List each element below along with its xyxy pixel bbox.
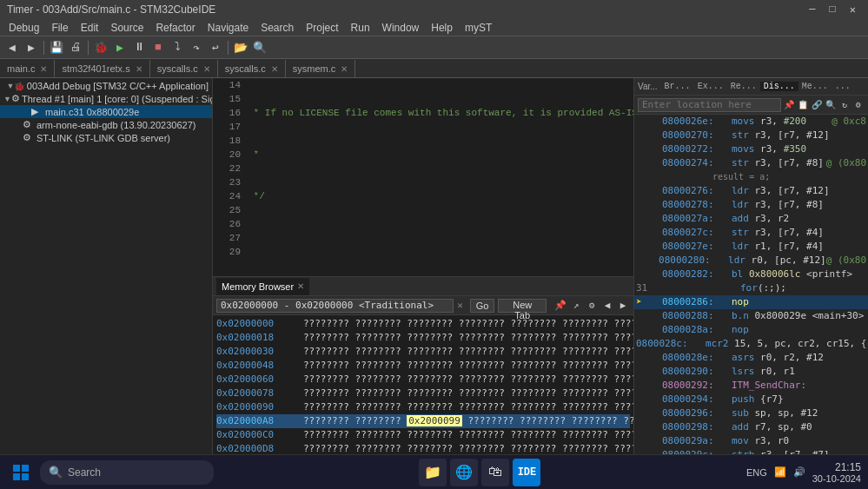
disasm-refresh-btn[interactable]: ↻ — [838, 99, 851, 111]
tab-main-c-close[interactable]: ✕ — [40, 64, 47, 74]
tree-item-main-frame[interactable]: ▶ main.c31 0x8800029e — [0, 105, 212, 118]
disasm-link-btn[interactable]: 🔗 — [811, 99, 823, 111]
menu-edit[interactable]: Edit — [76, 19, 104, 36]
disasm-content[interactable]: 0800026e: movs r3, #200 @ 0xc8 08000270:… — [634, 115, 868, 489]
tab-syscalls-close[interactable]: ✕ — [203, 64, 210, 74]
tree-label-frame: main.c31 0x8800029e — [45, 107, 139, 117]
disasm-row-1: 08000270: str r3, [r7, #12] — [634, 129, 868, 142]
menu-window[interactable]: Window — [377, 19, 425, 36]
right-tab-reg[interactable]: Re... — [727, 82, 760, 91]
menu-help[interactable]: Help — [426, 19, 458, 36]
taskbar-icon-explorer[interactable]: 📁 — [419, 459, 447, 486]
toolbar-fwd-btn[interactable]: ▶ — [23, 39, 40, 56]
memory-pin-btn[interactable]: 📌 — [553, 299, 567, 313]
right-tab-expr[interactable]: Ex... — [694, 82, 727, 91]
disasm-row-5: 08000278: ldr r3, [r7, #8] — [634, 198, 868, 212]
disasm-address-input[interactable] — [638, 98, 781, 112]
memory-go-btn[interactable]: Go — [470, 299, 495, 313]
tab-syscalls[interactable]: syscalls.c ✕ — [150, 60, 218, 77]
memory-tab-close[interactable]: ✕ — [297, 281, 304, 291]
taskbar-icon-ide[interactable]: IDE — [513, 459, 540, 486]
disasm-pin-btn[interactable]: 📌 — [783, 99, 795, 111]
right-tab-bp[interactable]: Br... — [661, 82, 694, 91]
mem-row-4: 0x02000060???????? ???????? ???????? ???… — [216, 373, 630, 387]
disasm-row-7: 0800027c: str r3, [r7, #4] — [634, 226, 868, 240]
taskbar-icon-store[interactable]: 🛍 — [481, 459, 509, 486]
menu-source[interactable]: Source — [105, 19, 149, 36]
window-controls[interactable]: — □ ✕ — [804, 3, 861, 17]
disasm-row-3: 08000274: str r3, [r7, #8] @ (0x80 — [634, 156, 868, 170]
toolbar-run-btn[interactable]: ▶ — [111, 39, 129, 56]
tab-main-c[interactable]: main.c ✕ — [0, 60, 55, 77]
menu-myst[interactable]: myST — [460, 19, 497, 36]
menu-navigate[interactable]: Navigate — [202, 19, 254, 36]
tab-stm32f401[interactable]: stm32f401retx.s ✕ — [55, 60, 149, 77]
toolbar-sep-3 — [228, 41, 229, 55]
taskbar-icon-edge[interactable]: 🌐 — [450, 459, 478, 486]
toolbar-save-btn[interactable]: 💾 — [48, 39, 65, 56]
memory-clear-btn[interactable]: ✕ — [457, 300, 463, 311]
title-bar: Timer - 003Add/Src/main.c - STM32CubeIDE… — [0, 0, 868, 19]
memory-settings-btn[interactable]: ⚙ — [585, 299, 599, 313]
toolbar-step-return-btn[interactable]: ↩ — [207, 39, 224, 56]
toolbar-step-over-btn[interactable]: ↷ — [188, 39, 205, 56]
mem-row-6: 0x02000090???????? ???????? ???????? ???… — [216, 400, 630, 414]
toolbar-search-btn[interactable]: 🔍 — [251, 39, 268, 56]
disasm-row-8: 0800027e: ldr r1, [r7, #4] — [634, 240, 868, 254]
menu-search[interactable]: Search — [255, 19, 299, 36]
mem-row-8: 0x020000C0???????? ???????? ???????? ???… — [216, 428, 630, 442]
tab-sysmem-close[interactable]: ✕ — [341, 64, 348, 74]
toolbar-sep-2 — [88, 41, 89, 55]
menu-project[interactable]: Project — [301, 19, 343, 36]
disasm-row-result-a: result = a; — [634, 170, 868, 184]
memory-new-tab-btn[interactable]: New Tab — [498, 299, 547, 313]
memory-next-btn[interactable]: ▶ — [616, 299, 630, 313]
right-tab-vars[interactable]: Var... — [634, 82, 661, 91]
tree-item-gdb[interactable]: ⚙ arm-none-eabi-gdb (13.90.20230627) — [0, 118, 212, 131]
disasm-search-btn[interactable]: 🔍 — [825, 99, 837, 111]
tab-stm32f401-close[interactable]: ✕ — [136, 64, 142, 74]
memory-prev-btn[interactable]: ◀ — [600, 299, 614, 313]
right-tab-mem[interactable]: Me... — [798, 82, 832, 91]
tab-syscalls2-close[interactable]: ✕ — [271, 64, 278, 74]
memory-browser-label: Memory Browser — [222, 281, 294, 292]
memory-browser-tab[interactable]: Memory Browser ✕ — [216, 278, 309, 295]
maximize-btn[interactable]: □ — [825, 3, 841, 17]
right-tab-more[interactable]: ... — [832, 82, 854, 91]
minimize-btn[interactable]: — — [804, 3, 820, 17]
tree-item-stlink[interactable]: ⚙ ST-LINK (ST-LINK GDB server) — [0, 131, 212, 144]
debug-icon: 🐞 — [14, 82, 24, 91]
code-area[interactable]: * If no LICENSE file comes with this sof… — [244, 78, 633, 276]
toolbar-stop-btn[interactable]: ■ — [149, 39, 167, 56]
mem-row-1: 0x02000018???????? ???????? ???????? ???… — [216, 331, 630, 345]
memory-address-input[interactable] — [216, 299, 454, 313]
right-panel: Var... Br... Ex... Re... Dis... Me... ..… — [633, 78, 868, 489]
disasm-row-bn: 08000288: b.n 0x800029e <main+30> — [634, 309, 868, 323]
start-button[interactable] — [7, 459, 35, 486]
tree-arrow-thread: ▼ — [3, 95, 11, 103]
disasm-row-nop: ➤ 08000286: nop — [634, 295, 868, 309]
taskbar-search[interactable]: 🔍 Search — [40, 460, 214, 485]
toolbar-back-btn[interactable]: ◀ — [3, 39, 21, 56]
tab-syscalls2[interactable]: syscalls.c ✕ — [218, 60, 286, 77]
disasm-row-sub: 08000296: sub sp, sp, #12 — [634, 406, 868, 420]
close-btn[interactable]: ✕ — [845, 3, 861, 17]
right-tab-disasm[interactable]: Dis... — [760, 82, 798, 91]
tab-sysmem[interactable]: sysmem.c ✕ — [286, 60, 356, 77]
toolbar-debug-btn[interactable]: 🐞 — [92, 39, 109, 56]
menu-debug[interactable]: Debug — [3, 19, 44, 36]
menu-run[interactable]: Run — [346, 19, 375, 36]
toolbar-pause-btn[interactable]: ⏸ — [130, 39, 148, 56]
disasm-settings-btn[interactable]: ⚙ — [852, 99, 865, 111]
menu-file[interactable]: File — [46, 19, 73, 36]
tree-item-thread[interactable]: ▼ ⚙ Thread #1 [main] 1 [core: 0] (Suspen… — [0, 92, 212, 105]
toolbar-print-btn[interactable]: 🖨 — [67, 39, 84, 56]
memory-export-btn[interactable]: ↗ — [569, 299, 583, 313]
disasm-row-add-sp: 08000298: add r7, sp, #0 — [634, 420, 868, 434]
menu-refactor[interactable]: Refactor — [150, 19, 200, 36]
tree-item-app[interactable]: ▼ 🐞 003Add Debug [STM32 C/C++ Applicatio… — [0, 80, 212, 92]
taskbar-search-label[interactable]: Search — [68, 466, 101, 479]
disasm-copy-btn[interactable]: 📋 — [797, 99, 809, 111]
toolbar-open-btn[interactable]: 📂 — [232, 39, 249, 56]
toolbar-step-into-btn[interactable]: ⤵ — [169, 39, 186, 56]
